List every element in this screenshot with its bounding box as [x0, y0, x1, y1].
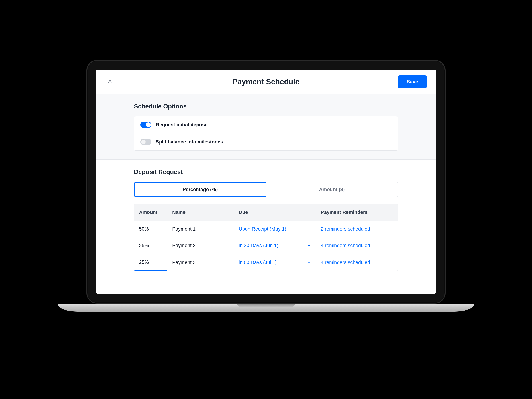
deposit-request-section: Deposit Request Percentage (%) Amount ($…: [96, 159, 436, 294]
laptop-shadow: [78, 314, 454, 323]
col-name: Name: [167, 204, 234, 221]
table-row: 25% Payment 3 in 60 Days (Jul 1) 4 remin…: [134, 254, 398, 271]
cell-name[interactable]: Payment 1: [167, 221, 234, 237]
option-row-initial-deposit: Request initial deposit: [134, 116, 398, 133]
toggle-initial-deposit[interactable]: [140, 122, 151, 128]
cell-amount[interactable]: 25%: [134, 254, 167, 271]
cell-due-dropdown[interactable]: in 60 Days (Jul 1): [234, 254, 316, 271]
due-text: in 30 Days (Jun 1): [239, 243, 279, 248]
table-header-row: Amount Name Due Payment Reminders: [134, 204, 398, 221]
option-label: Request initial deposit: [156, 122, 208, 128]
chevron-down-icon: [307, 244, 311, 247]
cell-reminders-link[interactable]: 4 reminders scheduled: [316, 237, 398, 254]
cell-due-dropdown[interactable]: in 30 Days (Jun 1): [234, 237, 316, 254]
chevron-down-icon: [307, 227, 311, 231]
table-row: 50% Payment 1 Upon Receipt (May 1) 2 rem…: [134, 221, 398, 237]
option-row-split-milestones: Split balance into milestones: [134, 133, 398, 150]
tab-percentage[interactable]: Percentage (%): [134, 182, 266, 197]
deposit-type-tabs: Percentage (%) Amount ($): [134, 182, 398, 197]
laptop-screen-frame: Payment Schedule Save Schedule Options R…: [86, 60, 446, 304]
chevron-down-icon: [307, 261, 311, 264]
cell-name[interactable]: Payment 3: [167, 254, 234, 271]
toggle-split-milestones[interactable]: [140, 139, 151, 145]
laptop-mockup: Payment Schedule Save Schedule Options R…: [58, 60, 474, 339]
cell-amount[interactable]: 25%: [134, 237, 167, 254]
table-row: 25% Payment 2 in 30 Days (Jun 1) 4 remin…: [134, 237, 398, 254]
cell-reminders-link[interactable]: 4 reminders scheduled: [316, 254, 398, 271]
cell-amount[interactable]: 50%: [134, 221, 167, 237]
modal-title: Payment Schedule: [233, 77, 299, 86]
app-screen: Payment Schedule Save Schedule Options R…: [96, 70, 436, 294]
cell-reminders-link[interactable]: 2 reminders scheduled: [316, 221, 398, 237]
close-button[interactable]: [105, 76, 115, 87]
laptop-base: [58, 304, 474, 312]
deposit-request-title: Deposit Request: [134, 168, 398, 176]
col-due: Due: [234, 204, 316, 221]
option-label: Split balance into milestones: [156, 139, 223, 145]
cell-name[interactable]: Payment 2: [167, 237, 234, 254]
close-icon: [107, 78, 113, 85]
due-text: Upon Receipt (May 1): [239, 226, 286, 232]
due-text: in 60 Days (Jul 1): [239, 260, 277, 265]
tab-amount[interactable]: Amount ($): [266, 182, 398, 197]
schedule-options-card: Request initial deposit Split balance in…: [134, 116, 398, 151]
col-amount: Amount: [134, 204, 167, 221]
modal-header: Payment Schedule Save: [96, 70, 436, 94]
schedule-options-section: Schedule Options Request initial deposit…: [96, 94, 436, 159]
payments-table: Amount Name Due Payment Reminders 50% Pa…: [134, 204, 398, 271]
save-button[interactable]: Save: [398, 75, 427, 88]
schedule-options-title: Schedule Options: [134, 103, 398, 110]
col-reminders: Payment Reminders: [316, 204, 398, 221]
cell-due-dropdown[interactable]: Upon Receipt (May 1): [234, 221, 316, 237]
